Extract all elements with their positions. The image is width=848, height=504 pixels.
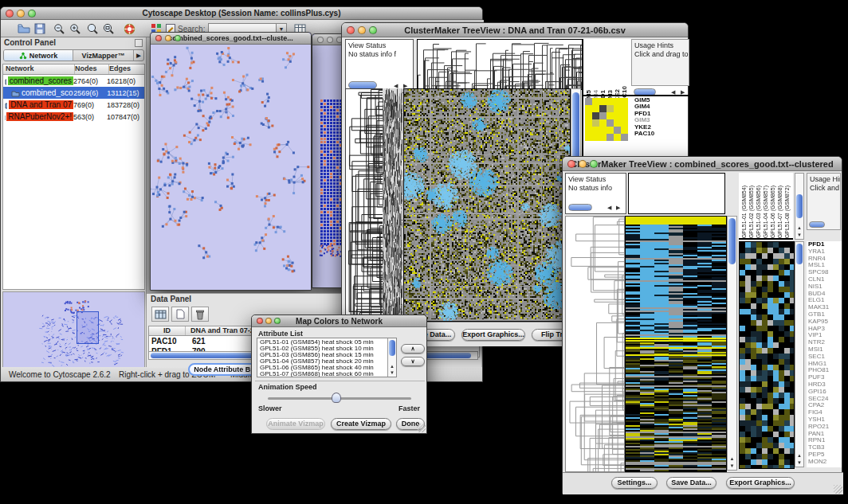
scroll-down-icon[interactable]: ▼ [795,459,803,466]
new-attribute-icon[interactable] [171,307,189,322]
gene-label[interactable]: MON2 [808,459,842,466]
column-label[interactable]: GPL51-03 (GSM856) [755,186,762,238]
scroll-down-icon[interactable]: ▼ [388,369,396,376]
tv2-column-dendrogram[interactable] [628,173,725,214]
minimize-button[interactable] [17,10,25,18]
column-label[interactable]: GPL51-01 (GSM854) [740,186,748,238]
usage-hints-title: Usage Hints [810,175,840,184]
zoom-button[interactable] [175,35,181,41]
tab-vizmapper[interactable]: VizMapper™ [73,50,134,61]
float-panel-icon[interactable] [135,39,143,47]
tv2-status-scroll-thumb[interactable] [568,204,592,211]
column-label[interactable]: GPL51-08 (GSM872) [783,186,791,238]
data-panel-title: Data Panel [151,295,191,303]
column-label[interactable]: GPL51-07 (GSM868) [776,186,783,238]
scroll-up-icon[interactable]: ▲ [795,452,803,459]
tv2-labels-vscrollbar[interactable]: ▲ ▼ [795,173,804,240]
close-button[interactable] [317,37,324,43]
column-label[interactable]: GPL51-02 (GSM855) [748,186,755,238]
overview-selection-rect[interactable] [77,311,99,344]
minimize-button[interactable] [165,35,171,41]
main-title-bar[interactable]: Cytoscape Desktop (Session Name: collins… [1,7,482,20]
scroll-up-icon[interactable]: ▲ [795,225,803,231]
tv2-global-heatmap[interactable] [625,216,727,472]
column-label[interactable]: GPL51-04 (GSM857) [762,186,769,238]
tv2-zoom-heatmap[interactable] [739,241,795,469]
tv1-heatmap[interactable] [403,88,571,322]
export-graphics-button[interactable]: Export Graphics... [461,329,525,341]
table-mode-icon[interactable] [151,307,169,322]
tv2-button-bar: Settings... Save Data... Export Graphics… [563,472,843,494]
attribute-listbox: GPL51-01 (GSM854) heat shock 05 minGPL51… [257,338,397,377]
save-icon[interactable] [33,22,47,35]
column-label[interactable]: GPL51-06 (GSM865) [769,186,776,238]
move-down-button[interactable]: ∨ [401,357,425,366]
scroll-left-icon[interactable]: ◀ [607,205,611,211]
animate-vizmap-button[interactable]: Animate Vizmap [266,418,325,430]
zoom-button[interactable] [590,160,598,168]
tv2-row-dendrogram[interactable] [565,216,625,472]
attribute-item[interactable]: GPL51-07 (GSM868) heat shock 60 min [260,371,396,377]
network-overview-panel[interactable] [2,291,145,368]
slider-faster-label: Faster [398,404,420,412]
network-overview-canvas [3,292,144,367]
tv2-genes-vscrollbar[interactable]: ▲ ▼ [795,241,804,467]
zoom-selected-icon[interactable] [101,22,116,35]
tv1-correlation-matrix[interactable] [585,98,628,141]
minimize-button[interactable] [265,318,272,324]
network-canvas[interactable] [151,45,311,290]
network-list-row[interactable]: combined_sco 2569(6) 13112(15) [3,87,144,99]
window-controls[interactable] [6,10,36,18]
slider-thumb[interactable] [332,393,341,403]
scroll-down-icon[interactable]: ▼ [795,232,803,238]
network-list-row[interactable]: RNAPuberNov2+! 563(0) 107847(0) [3,111,144,123]
help-lifesaver-icon[interactable] [122,22,136,35]
zoom-fit-icon[interactable] [85,22,100,35]
scroll-right-icon[interactable]: ▶ [616,205,620,211]
tv2-gene-list: PFD1YRA1RNR4MSL1SPC98CLN1NIS1BUD4ELG1MAK… [807,241,842,467]
zoom-in-icon[interactable] [68,22,82,35]
zoom-out-icon[interactable] [52,22,66,35]
delete-attribute-icon[interactable] [191,307,209,322]
tv2-hints-scroll-thumb[interactable] [809,221,825,228]
close-button[interactable] [257,318,263,324]
scroll-down-icon[interactable]: ▼ [728,463,736,469]
close-button[interactable] [347,26,355,34]
tv2-usage-hints: Usage HintsClick and dra [807,173,841,230]
tv1-usage-hints: Usage HintsClick and drag to [631,39,689,86]
panel-tabs: Network VizMapper™ ▶ [3,49,144,61]
scroll-up-icon[interactable]: ▲ [388,363,396,369]
open-file-icon[interactable] [17,22,31,35]
resize-grip[interactable] [417,424,426,432]
status-welcome: Welcome to Cytoscape 2.6.2 [9,370,111,379]
close-button[interactable] [567,160,575,168]
tv1-row-dendrogram[interactable] [345,88,383,323]
col-header-edges[interactable]: Edges [109,64,131,74]
row-label[interactable]: PAC10 [634,131,654,137]
tabs-more-arrow[interactable]: ▶ [134,50,143,61]
save-data-button[interactable]: Save Data... [666,477,716,489]
attribute-list-vscrollbar[interactable]: ▲ ▼ [387,338,396,377]
zoom-button[interactable] [28,10,36,18]
zoom-button[interactable] [274,318,281,324]
network-list-row[interactable]: combined_scores 2764(0) 16218(0) [3,75,144,87]
tv2-heatmap-vscrollbar[interactable]: ▲ ▼ [727,216,737,471]
resize-grip[interactable] [834,485,842,494]
tab-network[interactable]: Network [4,50,73,61]
minimize-button[interactable] [327,37,333,43]
close-button[interactable] [6,10,14,18]
create-vizmap-button[interactable]: Create Vizmap [331,418,391,430]
close-button[interactable] [155,35,162,41]
minimize-button[interactable] [579,160,587,168]
move-up-button[interactable]: ∧ [401,344,425,354]
scroll-up-icon[interactable]: ▲ [728,455,736,462]
col-header-nodes[interactable]: Nodes [75,64,109,74]
settings-button[interactable]: Settings... [611,477,658,489]
col-header-network[interactable]: Network [3,64,75,74]
export-graphics-button[interactable]: Export Graphics... [726,477,795,489]
attr-col-id[interactable]: ID [149,326,186,335]
tv1-column-dendrogram[interactable] [417,39,583,90]
zoom-button[interactable] [369,26,377,34]
minimize-button[interactable] [358,26,366,34]
network-list-row[interactable]: DNA and Tran 07 769(0) 183728(0) [3,99,144,111]
